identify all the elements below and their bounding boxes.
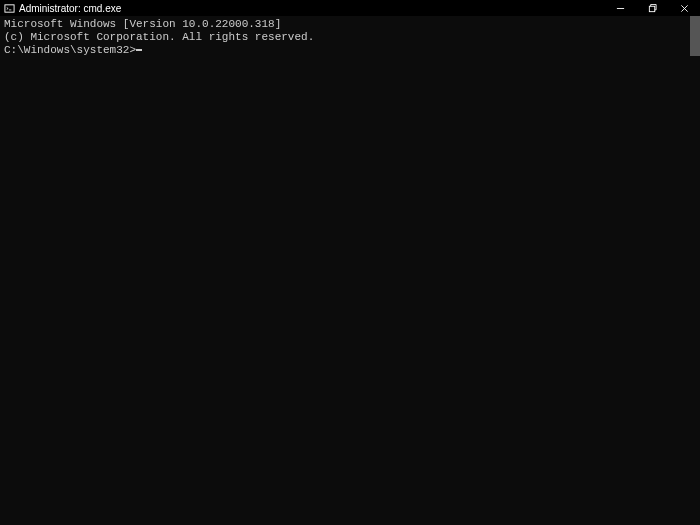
prompt-line: C:\Windows\system32> bbox=[4, 44, 696, 57]
window-controls bbox=[604, 0, 700, 16]
titlebar-left: Administrator: cmd.exe bbox=[4, 3, 121, 14]
maximize-button[interactable] bbox=[636, 0, 668, 16]
close-button[interactable] bbox=[668, 0, 700, 16]
terminal-line: (c) Microsoft Corporation. All rights re… bbox=[4, 31, 696, 44]
minimize-button[interactable] bbox=[604, 0, 636, 16]
cursor bbox=[136, 49, 142, 51]
titlebar: Administrator: cmd.exe bbox=[0, 0, 700, 16]
terminal-line: Microsoft Windows [Version 10.0.22000.31… bbox=[4, 18, 696, 31]
svg-rect-3 bbox=[649, 6, 654, 11]
window-title: Administrator: cmd.exe bbox=[19, 3, 121, 14]
svg-rect-0 bbox=[5, 4, 14, 11]
prompt-text: C:\Windows\system32> bbox=[4, 44, 136, 57]
cmd-icon bbox=[4, 3, 15, 14]
terminal-output[interactable]: Microsoft Windows [Version 10.0.22000.31… bbox=[0, 16, 700, 59]
scrollbar-thumb[interactable] bbox=[690, 16, 700, 56]
